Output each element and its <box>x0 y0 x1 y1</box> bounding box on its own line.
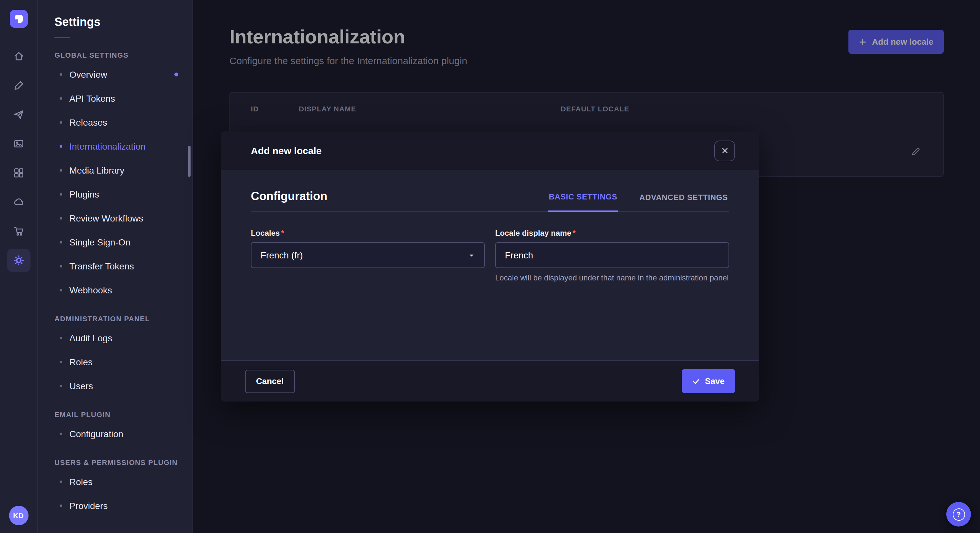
sidebar-item-providers[interactable]: Providers <box>54 493 192 517</box>
nav-settings-button[interactable] <box>7 249 30 272</box>
question-mark-icon: ? <box>953 508 965 520</box>
bullet-dot <box>60 289 62 291</box>
main-nav-rail: KD <box>0 0 38 533</box>
modal-footer: Cancel Save <box>221 360 759 401</box>
close-modal-button[interactable] <box>714 140 735 161</box>
cancel-button-label: Cancel <box>256 376 283 386</box>
bullet-dot <box>60 217 62 219</box>
bullet-dot <box>60 432 62 435</box>
strapi-logo[interactable] <box>10 10 27 28</box>
locale-form: Locales* French (fr) Locale display name… <box>251 228 729 284</box>
sidebar-item-label: Providers <box>69 500 108 511</box>
section-header-email-plugin: EMAIL PLUGIN <box>54 411 192 418</box>
display-name-field: Locale display name* Locale will be disp… <box>495 228 729 284</box>
sidebar-item-email-configuration[interactable]: Configuration <box>54 422 192 446</box>
sidebar-item-transfer-tokens[interactable]: Transfer Tokens <box>54 254 192 278</box>
locales-select-value: French (fr) <box>261 250 303 260</box>
modal-body: Configuration BASIC SETTINGS ADVANCED SE… <box>221 170 759 360</box>
sidebar-item-label: API Tokens <box>69 93 115 103</box>
nav-home-button[interactable] <box>7 45 30 68</box>
sidebar-item-label: Review Workflows <box>69 213 143 223</box>
bullet-dot <box>60 97 62 99</box>
rail-icon-list <box>7 45 30 278</box>
sidebar-item-up-roles[interactable]: Roles <box>54 470 192 493</box>
bullet-dot <box>60 336 62 339</box>
required-asterisk: * <box>281 228 284 238</box>
sidebar-item-label: Plugins <box>69 189 99 199</box>
save-button[interactable]: Save <box>681 369 735 393</box>
locales-label-text: Locales <box>251 228 280 238</box>
save-button-label: Save <box>705 376 725 386</box>
notification-dot <box>174 72 178 76</box>
sidebar-item-api-tokens[interactable]: API Tokens <box>54 86 192 110</box>
sidebar-item-admin-roles[interactable]: Roles <box>54 350 192 374</box>
display-name-hint: Locale will be displayed under that name… <box>495 273 729 284</box>
display-name-label-text: Locale display name <box>495 228 571 238</box>
bullet-dot <box>60 241 62 243</box>
section-email-plugin: EMAIL PLUGIN Configuration <box>54 411 192 446</box>
bullet-dot <box>60 169 62 171</box>
sidebar-item-label: Roles <box>69 476 93 487</box>
home-icon <box>13 51 24 62</box>
section-administration-panel: ADMINISTRATION PANEL Audit Logs Roles Us… <box>54 315 192 398</box>
sidebar-item-plugins[interactable]: Plugins <box>54 182 192 206</box>
grid-icon <box>13 167 24 179</box>
sidebar-item-audit-logs[interactable]: Audit Logs <box>54 326 192 350</box>
tab-advanced-settings[interactable]: ADVANCED SETTINGS <box>638 192 729 211</box>
required-asterisk: * <box>573 228 576 238</box>
configuration-heading: Configuration <box>251 190 327 211</box>
sidebar-item-label: Roles <box>69 357 93 367</box>
sidebar-item-releases[interactable]: Releases <box>54 110 192 134</box>
nav-content-type-builder-button[interactable] <box>7 74 30 97</box>
avatar-initials: KD <box>13 512 24 519</box>
cart-icon <box>13 225 24 237</box>
sidebar-title: Settings <box>54 16 192 29</box>
bullet-dot <box>60 73 62 75</box>
cancel-button[interactable]: Cancel <box>245 370 294 393</box>
sidebar-item-overview[interactable]: Overview <box>54 62 192 86</box>
sidebar-item-single-sign-on[interactable]: Single Sign-On <box>54 230 192 254</box>
locale-display-name-input[interactable] <box>495 242 729 268</box>
nav-deploy-button[interactable] <box>7 103 30 126</box>
sidebar-item-label: Media Library <box>69 165 124 175</box>
bullet-dot <box>60 121 62 124</box>
sidebar-title-divider <box>54 37 70 38</box>
locales-select[interactable]: French (fr) <box>251 242 485 268</box>
close-icon <box>721 147 728 154</box>
gear-icon <box>13 254 24 266</box>
pictures-icon <box>13 138 24 150</box>
check-icon <box>692 377 700 385</box>
locales-field: Locales* French (fr) <box>251 228 485 284</box>
question-mark-glyph: ? <box>956 510 961 518</box>
configuration-header-row: Configuration BASIC SETTINGS ADVANCED SE… <box>251 190 729 212</box>
sidebar-item-label: Audit Logs <box>69 333 112 343</box>
user-avatar[interactable]: KD <box>9 506 28 525</box>
strapi-settings-app: KD Settings GLOBAL SETTINGS Overview API… <box>0 0 980 533</box>
sidebar-item-webhooks[interactable]: Webhooks <box>54 278 192 302</box>
section-global-settings: GLOBAL SETTINGS Overview API Tokens Rele… <box>54 51 192 302</box>
sidebar-item-label: Configuration <box>69 428 124 439</box>
nav-content-manager-button[interactable] <box>7 161 30 185</box>
sidebar-item-label: Overview <box>69 69 107 79</box>
sidebar-item-media-library[interactable]: Media Library <box>54 158 192 182</box>
tab-basic-settings[interactable]: BASIC SETTINGS <box>547 192 618 212</box>
sidebar-item-label: Single Sign-On <box>69 237 130 247</box>
bullet-dot <box>60 145 62 148</box>
chevron-down-icon <box>468 252 475 259</box>
cloud-icon <box>13 196 24 208</box>
sidebar-item-review-workflows[interactable]: Review Workflows <box>54 206 192 230</box>
nav-media-library-button[interactable] <box>7 132 30 155</box>
help-button[interactable]: ? <box>946 502 971 527</box>
sidebar-item-internationalization[interactable]: Internationalization <box>54 134 192 158</box>
display-name-label: Locale display name* <box>495 228 729 238</box>
bullet-dot <box>60 360 62 363</box>
section-header-global-settings: GLOBAL SETTINGS <box>54 51 192 59</box>
section-header-users-permissions: USERS & PERMISSIONS PLUGIN <box>54 458 192 466</box>
bullet-dot <box>60 504 62 507</box>
nav-marketplace-button[interactable] <box>7 219 30 243</box>
add-locale-modal: Add new locale Configuration BASIC SETTI… <box>221 132 759 401</box>
nav-cloud-button[interactable] <box>7 190 30 214</box>
section-users-permissions-plugin: USERS & PERMISSIONS PLUGIN Roles Provide… <box>54 458 192 517</box>
sidebar-scrollbar-thumb[interactable] <box>188 146 191 177</box>
sidebar-item-users[interactable]: Users <box>54 374 192 398</box>
